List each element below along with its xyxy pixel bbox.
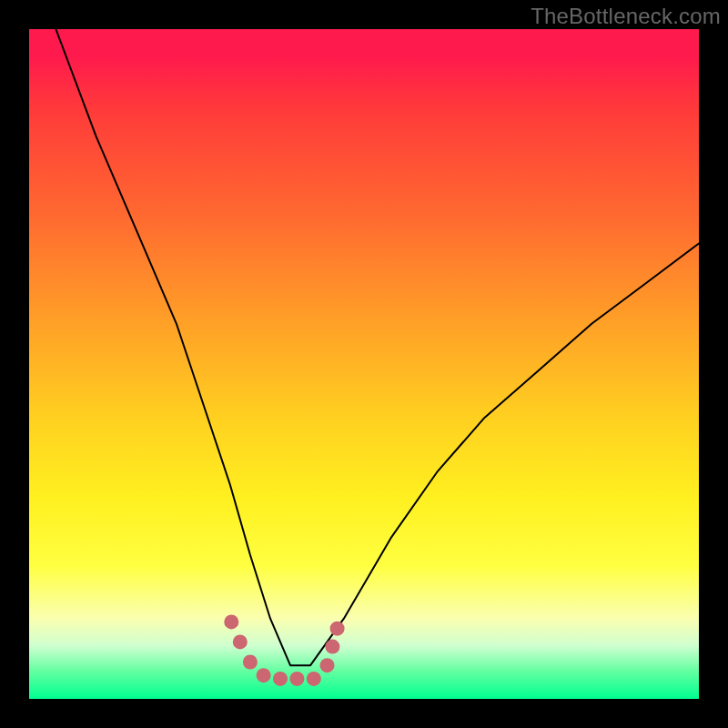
marker-dot [325, 640, 339, 654]
watermark-text: TheBottleneck.com [531, 4, 721, 29]
curve-svg [29, 29, 699, 699]
marker-dot [257, 668, 271, 682]
marker-dot [307, 672, 321, 686]
marker-dot [289, 672, 304, 686]
marker-dot [233, 634, 248, 649]
marker-dot [320, 658, 335, 672]
bottleneck-curve [56, 29, 699, 665]
marker-dot [273, 672, 288, 686]
marker-dot [330, 622, 345, 636]
marker-dot [243, 655, 258, 670]
plot-area [29, 29, 699, 699]
chart-frame: TheBottleneck.com [0, 0, 728, 728]
marker-dot [224, 614, 238, 629]
curve-line [56, 29, 699, 665]
